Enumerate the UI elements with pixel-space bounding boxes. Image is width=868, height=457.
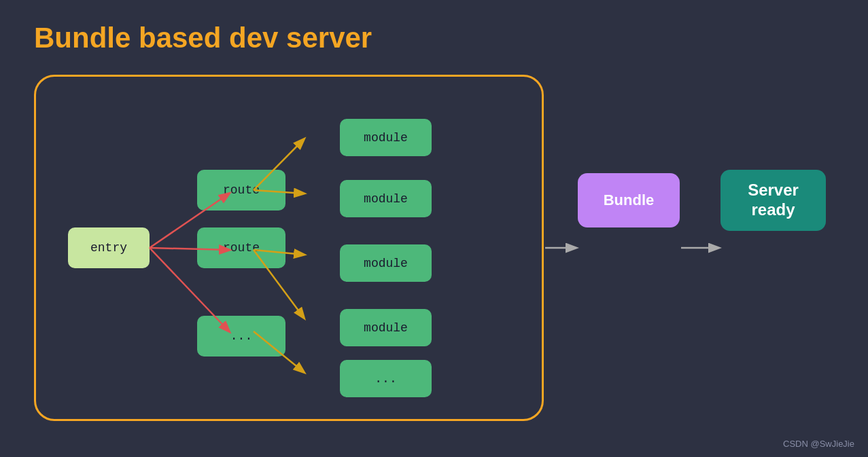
node-route1: route [197,170,285,211]
watermark: CSDN @SwJieJie [783,439,854,449]
page-title: Bundle based dev server [34,22,372,54]
node-dots2: ... [340,360,432,397]
node-module4: module [340,309,432,346]
node-dots1: ... [197,316,285,357]
node-module3: module [340,244,432,282]
diagram-area: entry route route ... module module modu… [34,75,544,421]
server-ready-line1: Server [748,181,799,200]
node-module2: module [340,180,432,217]
node-server-ready: Server ready [721,170,826,231]
node-route2: route [197,227,285,268]
node-module1: module [340,119,432,156]
node-bundle: Bundle [578,173,680,227]
server-ready-line2: ready [751,200,795,220]
node-entry: entry [68,227,150,268]
